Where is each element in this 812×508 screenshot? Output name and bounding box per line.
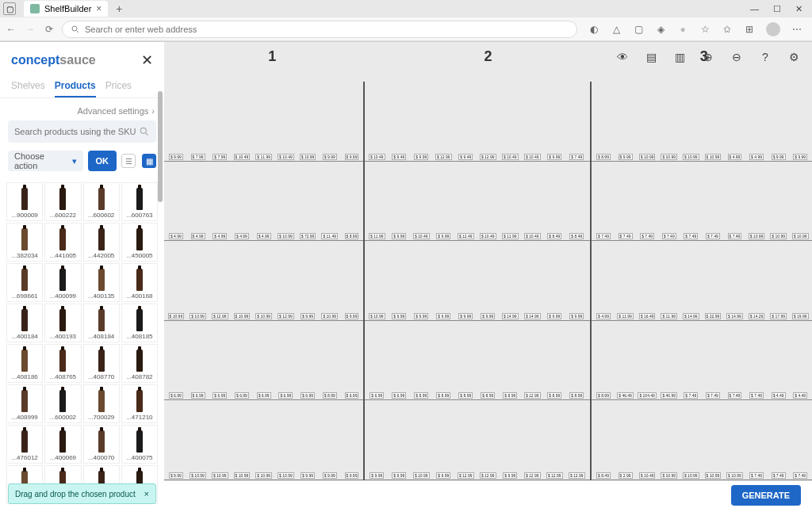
shelf-item[interactable]: $ 4.99: [745, 153, 768, 161]
tracking-icon[interactable]: ◐: [588, 24, 599, 35]
shelf-item[interactable]: $ 10.99: [789, 232, 811, 240]
shelf-item[interactable]: $ 7.49: [680, 392, 703, 399]
close-panel-icon[interactable]: ✕: [141, 52, 153, 69]
shelf-item[interactable]: $ 9.99: [615, 153, 637, 161]
shelf-item[interactable]: $ 9.99: [297, 312, 319, 320]
shelf-item[interactable]: $ 2.99: [615, 472, 637, 479]
product-card[interactable]: ...400168: [121, 263, 158, 302]
shelf-item[interactable]: $ 4.99: [187, 232, 209, 240]
profile-avatar-icon[interactable]: [766, 22, 780, 36]
shelf-item[interactable]: $ 10.49: [477, 232, 499, 240]
product-card[interactable]: ...698661: [6, 263, 43, 302]
shelf-item[interactable]: $ 10.99: [680, 472, 703, 479]
shelf-item[interactable]: $ 10.99: [410, 472, 432, 479]
shelf-item[interactable]: $ 7.49: [702, 392, 724, 399]
shelf-item[interactable]: $ 9.99: [477, 312, 499, 320]
shelf-item[interactable]: $ 7.99: [209, 153, 231, 161]
shelf-item[interactable]: $ 9.99: [768, 153, 790, 161]
generate-button[interactable]: GENERATE: [731, 485, 801, 506]
product-card[interactable]: ...408186: [6, 344, 43, 383]
shelf-item[interactable]: $ 40.99: [658, 392, 680, 399]
shelf-item[interactable]: $ 10.99: [187, 312, 209, 320]
help-icon[interactable]: ?: [755, 47, 776, 67]
shelf-item[interactable]: $ 19.99: [789, 312, 811, 320]
product-card[interactable]: ...400135: [83, 263, 120, 302]
shelf-item[interactable]: $ 9.99: [432, 472, 454, 479]
shelf-item[interactable]: $ 14.99: [680, 312, 703, 320]
shelf-item[interactable]: $ 10.49: [636, 472, 658, 479]
product-card[interactable]: ...408185: [121, 304, 158, 342]
forward-icon[interactable]: →: [24, 23, 36, 36]
product-card[interactable]: ...441005: [44, 223, 81, 262]
shelf-item[interactable]: $ 10.49: [410, 232, 432, 240]
shelf-item[interactable]: $ 9.99: [432, 312, 454, 320]
shelf-item[interactable]: $ 9.99: [341, 312, 363, 320]
new-tab-icon[interactable]: +: [116, 2, 122, 15]
shelf-item[interactable]: $ 12.99: [543, 472, 565, 479]
shelf-item[interactable]: $ 10.99: [275, 232, 297, 240]
product-card[interactable]: ...400193: [44, 304, 81, 342]
product-search[interactable]: [8, 120, 156, 143]
shelf-item[interactable]: $ 7.49: [636, 232, 658, 240]
shelf-item[interactable]: $ 10.99: [702, 153, 724, 161]
shelf-item[interactable]: $ 4.99: [724, 153, 746, 161]
shelf-item[interactable]: $ 8.99: [592, 153, 615, 161]
shelf-item[interactable]: $ 6.99: [275, 392, 297, 399]
shelf-item[interactable]: $ 12.49: [454, 232, 477, 240]
sync-icon[interactable]: △: [611, 24, 622, 35]
shelf-item[interactable]: $ 7.49: [680, 232, 703, 240]
shelf-item[interactable]: $ 6.99: [253, 392, 275, 399]
shelf-item[interactable]: $ 72.99: [297, 232, 319, 240]
shelf-item[interactable]: $ 9.99: [388, 472, 410, 479]
shelf-item[interactable]: $ 9.99: [432, 232, 454, 240]
shelf-item[interactable]: $ 10.99: [275, 472, 297, 479]
back-icon[interactable]: ←: [5, 23, 17, 36]
product-card[interactable]: ...442005: [83, 223, 120, 262]
shelf-item[interactable]: $ 7.49: [592, 232, 615, 240]
product-card[interactable]: ...476012: [6, 425, 43, 464]
shelf-stack-icon[interactable]: ▥: [669, 47, 690, 67]
product-card[interactable]: ...600002: [44, 384, 81, 423]
shelf-item[interactable]: $ 11.49: [319, 232, 341, 240]
shelf-item[interactable]: $ 4.49: [768, 392, 790, 399]
shelf-item[interactable]: $ 10.99: [231, 472, 253, 479]
favorites-icon[interactable]: ✩: [722, 24, 733, 35]
shelf-item[interactable]: $ 7.49: [768, 472, 790, 479]
tab-prices[interactable]: Prices: [105, 80, 132, 97]
record-icon[interactable]: ●: [677, 24, 688, 35]
shelf-item[interactable]: $ 11.99: [615, 312, 637, 320]
shelf-item[interactable]: $ 11.99: [499, 232, 521, 240]
collections-icon[interactable]: ⊞: [744, 24, 755, 35]
shelf-item[interactable]: $ 10.49: [521, 232, 543, 240]
shelf-item[interactable]: $ 104.49: [636, 392, 658, 399]
close-window-icon[interactable]: ✕: [795, 4, 802, 14]
shelf-item[interactable]: $ 16.49: [636, 312, 658, 320]
shelf-item[interactable]: $ 8.99: [477, 392, 499, 399]
settings-gear-icon[interactable]: ⚙: [783, 47, 804, 67]
shelf-item[interactable]: $ 9.49: [454, 153, 477, 161]
shelf-item[interactable]: $ 10.49: [231, 153, 253, 161]
shelf-item[interactable]: $ 12.99: [432, 153, 454, 161]
shelf-item[interactable]: $ 9.99: [410, 153, 432, 161]
product-card[interactable]: ...408782: [121, 344, 158, 383]
shelf-canvas[interactable]: 1 2 3 👁 ▤ ▥ ⊕ ⊖ ? ⚙ $ 9.99$ 7.99$ 7.99$ …: [164, 42, 812, 508]
shelf-item[interactable]: $ 8.99: [565, 392, 588, 399]
shelf-item[interactable]: $ 7.49: [724, 232, 746, 240]
shelf-item[interactable]: $ 10.99: [680, 153, 703, 161]
product-card[interactable]: ...382034: [6, 223, 43, 262]
product-card[interactable]: ...400075: [121, 425, 158, 464]
shelf-item[interactable]: $ 9.99: [165, 153, 187, 161]
shelf-item[interactable]: $ 6.99: [231, 392, 253, 399]
shelf-item[interactable]: $ 11.99: [366, 232, 388, 240]
shelf-item[interactable]: $ 8.99: [319, 392, 341, 399]
eye-icon[interactable]: 👁: [612, 47, 633, 67]
shelf-item[interactable]: $ 17.99: [768, 312, 790, 320]
shelf-item[interactable]: $ 6.99: [366, 392, 388, 399]
shelf-item[interactable]: $ 7.49: [702, 232, 724, 240]
product-card[interactable]: ...408765: [44, 344, 81, 383]
product-card[interactable]: ...600763: [121, 182, 158, 221]
shelf-item[interactable]: $ 9.99: [341, 153, 363, 161]
shelf-item[interactable]: $ 8.49: [592, 472, 615, 479]
shelf-item[interactable]: $ 10.99: [366, 312, 388, 320]
zoom-out-icon[interactable]: ⊖: [726, 47, 747, 67]
